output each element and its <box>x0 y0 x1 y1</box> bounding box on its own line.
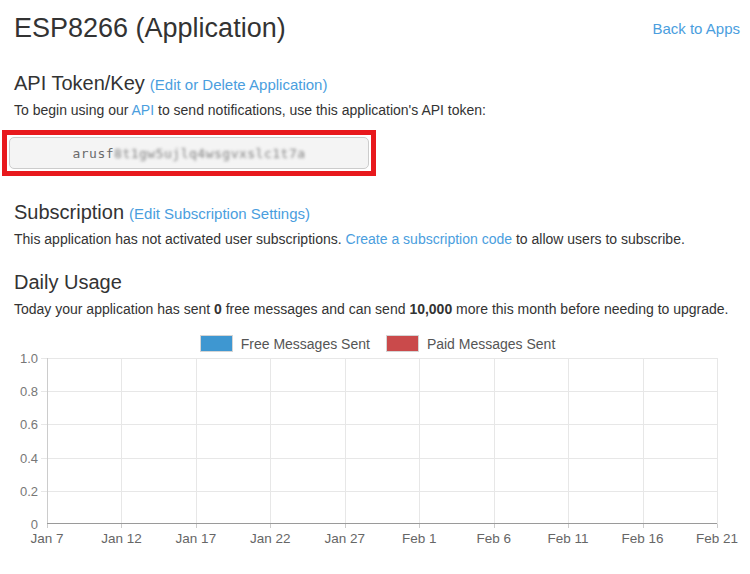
x-tick-label: Jan 12 <box>101 531 142 546</box>
daily-usage-section-header: Daily Usage <box>14 271 741 294</box>
x-axis-tick <box>419 524 420 528</box>
gridline-vertical <box>419 358 420 524</box>
back-to-apps-link[interactable]: Back to Apps <box>652 20 740 37</box>
usage-free-count: 0 <box>214 301 222 317</box>
y-tick-label: 0.2 <box>20 483 38 498</box>
gridline-horizontal <box>41 391 717 392</box>
x-tick-label: Feb 16 <box>622 531 664 546</box>
application-page: ESP8266 (Application) Back to Apps API T… <box>0 0 750 557</box>
usage-pre: Today your application has sent <box>14 301 214 317</box>
subscription-post: to allow users to subscribe. <box>512 231 685 247</box>
x-tick-label: Jan 7 <box>30 531 63 546</box>
gridline-vertical <box>717 358 718 524</box>
legend-entry: Free Messages Sent <box>200 335 370 352</box>
api-token-section-header: API Token/Key(Edit or Delete Application… <box>14 72 741 95</box>
usage-mid: free messages and can send <box>222 301 410 317</box>
chart-plot: 1.00.80.60.40.20Jan 7Jan 12Jan 17Jan 22J… <box>47 358 717 524</box>
daily-usage-heading: Daily Usage <box>14 271 122 293</box>
x-axis-tick <box>121 524 122 528</box>
api-token-heading: API Token/Key <box>14 72 145 94</box>
y-tick-label: 0.8 <box>20 384 38 399</box>
page-title: ESP8266 (Application) <box>14 12 741 44</box>
daily-usage-chart: 1.00.80.60.40.20Jan 7Jan 12Jan 17Jan 22J… <box>14 352 741 557</box>
subscription-section-header: Subscription(Edit Subscription Settings) <box>14 201 741 224</box>
chart-legend: Free Messages SentPaid Messages Sent <box>14 335 741 352</box>
subscription-heading: Subscription <box>14 201 124 223</box>
legend-label: Paid Messages Sent <box>427 336 555 352</box>
y-axis-line <box>47 358 48 524</box>
gridline-horizontal <box>41 491 717 492</box>
x-tick-label: Feb 21 <box>696 531 738 546</box>
gridline-horizontal <box>41 424 717 425</box>
gridline-vertical <box>196 358 197 524</box>
x-tick-label: Jan 27 <box>324 531 365 546</box>
api-token-obscured: 8t1gw5ujlq4wsgvxslc1t7a <box>114 146 306 161</box>
edit-delete-application-link[interactable]: (Edit or Delete Application) <box>150 76 328 93</box>
x-axis-tick <box>270 524 271 528</box>
legend-swatch <box>200 335 233 352</box>
x-axis-tick <box>717 524 718 528</box>
x-tick-label: Jan 22 <box>250 531 291 546</box>
subscription-text: This application has not activated user … <box>14 231 741 248</box>
usage-post: more this month before needing to upgrad… <box>452 301 728 317</box>
y-tick-label: 1.0 <box>20 351 38 366</box>
api-intro-post: to send notifications, use this applicat… <box>154 102 486 118</box>
x-tick-label: Feb 6 <box>476 531 511 546</box>
gridline-horizontal <box>41 358 717 359</box>
x-axis-tick <box>494 524 495 528</box>
y-tick-label: 0 <box>31 517 38 532</box>
gridline-vertical <box>643 358 644 524</box>
x-tick-label: Feb 1 <box>402 531 437 546</box>
gridline-vertical <box>121 358 122 524</box>
gridline-horizontal <box>41 458 717 459</box>
api-intro-text: To begin using our API to send notificat… <box>14 102 741 119</box>
x-axis-tick <box>196 524 197 528</box>
legend-swatch <box>386 335 419 352</box>
x-axis-line <box>47 523 717 524</box>
legend-label: Free Messages Sent <box>241 336 370 352</box>
y-tick-label: 0.4 <box>20 450 38 465</box>
api-token-visible: arusf <box>72 146 114 161</box>
y-tick-label: 0.6 <box>20 417 38 432</box>
x-axis-tick <box>643 524 644 528</box>
legend-entry: Paid Messages Sent <box>386 335 555 352</box>
usage-text: Today your application has sent 0 free m… <box>14 301 741 318</box>
edit-subscription-settings-link[interactable]: (Edit Subscription Settings) <box>129 205 310 222</box>
create-subscription-code-link[interactable]: Create a subscription code <box>346 231 513 247</box>
gridline-vertical <box>270 358 271 524</box>
api-intro-pre: To begin using our <box>14 102 132 118</box>
gridline-vertical <box>494 358 495 524</box>
api-docs-link[interactable]: API <box>132 102 155 118</box>
api-token-value[interactable]: arusf8t1gw5ujlq4wsgvxslc1t7a <box>9 137 369 169</box>
annotation-highlight-box: arusf8t1gw5ujlq4wsgvxslc1t7a <box>2 130 376 176</box>
subscription-pre: This application has not activated user … <box>14 231 346 247</box>
gridline-vertical <box>345 358 346 524</box>
x-tick-label: Jan 17 <box>176 531 217 546</box>
x-axis-tick <box>345 524 346 528</box>
usage-limit: 10,000 <box>409 301 452 317</box>
x-tick-label: Feb 11 <box>548 531 589 546</box>
gridline-vertical <box>568 358 569 524</box>
x-axis-tick <box>568 524 569 528</box>
x-axis-tick <box>47 524 48 528</box>
